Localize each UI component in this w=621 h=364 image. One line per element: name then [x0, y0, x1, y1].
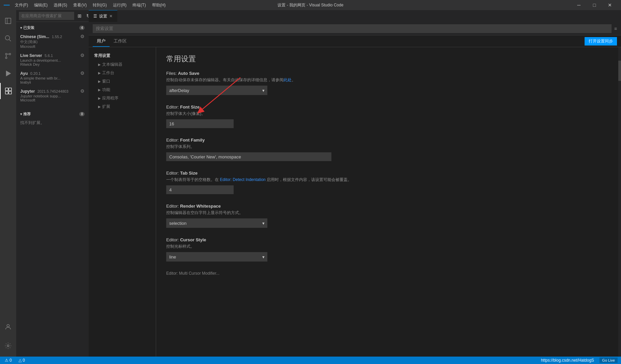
filter-icon[interactable]: ⊞: [76, 12, 83, 19]
ext-liveserver-gear-icon[interactable]: ⚙: [80, 53, 85, 58]
menu-run[interactable]: 运行(R): [110, 1, 129, 9]
ext-ayu-version: 0.20.1: [30, 71, 41, 75]
editor-area: ☰ 设置 ✕ ≡ 用户 工作区 打开设置同步: [89, 10, 621, 357]
svg-point-13: [7, 345, 9, 347]
installed-count: 4: [79, 26, 85, 30]
font-family-input[interactable]: [166, 152, 331, 161]
tab-bar: ☰ 设置 ✕: [89, 10, 621, 22]
ext-jupyter-gear-icon[interactable]: ⚙: [80, 88, 85, 94]
nav-features[interactable]: ▶ 功能: [89, 86, 156, 94]
setting-editor-font-family: Editor: Font Family 控制字体系列。: [166, 138, 608, 161]
menu-file[interactable]: 文件(F): [12, 1, 31, 9]
nav-application-label: 应用程序: [102, 95, 118, 101]
settings-tab-label: 设置: [99, 13, 107, 19]
menu-terminal[interactable]: 终端(T): [130, 1, 148, 9]
render-whitespace-bold: Render Whitespace: [180, 204, 221, 209]
status-bar: ⚠ 0 △ 0 https://blog.csdn.net/HatdogS Go…: [0, 357, 621, 364]
tab-size-detect-link[interactable]: Editor: Detect Indentation: [220, 177, 265, 182]
ext-item-liveserver[interactable]: Live Server 5.6.1 ⚙ Launch a development…: [16, 51, 89, 68]
activity-bar: [0, 10, 16, 357]
activity-settings[interactable]: [0, 338, 16, 354]
tab-size-desc: 一个制表符等于的空格数。在 Editor: Detect Indentation…: [166, 177, 608, 183]
activity-accounts[interactable]: [0, 319, 16, 335]
settings-nav: 常用设置 ▶ 文本编辑器 ▶ 工作台 ▶ 窗口 ▶ 功: [89, 47, 156, 357]
tab-size-desc-post: 启用时，根据文件内容，该设置可能会被覆盖。: [266, 177, 352, 182]
tab-workspace[interactable]: 工作区: [110, 36, 131, 47]
settings-body: 常用设置 ▶ 文本编辑器 ▶ 工作台 ▶ 窗口 ▶ 功: [89, 47, 621, 357]
settings-search-input[interactable]: [93, 24, 612, 33]
files-auto-save-select[interactable]: off afterDelay onFocusChange onWindowCha…: [166, 86, 267, 95]
activity-source-control[interactable]: [0, 48, 16, 64]
installed-label: 已安装: [23, 25, 34, 30]
settings-tabs-row: 用户 工作区 打开设置同步: [89, 35, 621, 47]
tab-user[interactable]: 用户: [93, 36, 110, 47]
nav-text-editor-label: 文本编辑器: [102, 62, 122, 67]
render-whitespace-prefix: Editor:: [166, 204, 180, 209]
status-url[interactable]: https://blog.csdn.net/HatdogS: [540, 358, 595, 363]
nav-common-settings[interactable]: 常用设置: [89, 51, 156, 60]
chevron-window-icon: ▶: [98, 80, 101, 83]
cursor-style-select-wrapper: line block underline line-thin block-out…: [166, 252, 267, 262]
render-whitespace-select[interactable]: none boundary selection trailing all: [166, 218, 267, 228]
nav-window[interactable]: ▶ 窗口: [89, 77, 156, 86]
menu-help[interactable]: 帮助(H): [149, 1, 169, 9]
refresh-icon[interactable]: ↻: [85, 12, 89, 19]
files-auto-save-link[interactable]: 此处: [284, 78, 292, 82]
go-live-button[interactable]: Go Live: [599, 358, 618, 363]
ext-chinese-gear-icon[interactable]: ⚙: [80, 34, 85, 39]
ext-item-ayu[interactable]: Ayu 0.20.1 ⚙ A simple theme with br... t…: [16, 68, 89, 86]
activity-explorer[interactable]: [0, 13, 16, 29]
files-auto-save-desc: 控制自动保存未保存的编辑器。有关自动保存的详细信息，请参阅此处。: [166, 77, 608, 83]
settings-search-more-icon[interactable]: ≡: [614, 26, 617, 31]
setting-editor-font-size: Editor: Font Size 控制字体大小(像素)。: [166, 104, 608, 128]
font-size-label: Editor: Font Size: [166, 104, 608, 110]
cursor-style-desc: 控制光标样式。: [166, 244, 608, 249]
close-button[interactable]: ✕: [602, 0, 618, 10]
status-bar-right: https://blog.csdn.net/HatdogS Go Live: [540, 358, 618, 363]
menu-edit[interactable]: 编辑(E): [31, 1, 50, 9]
settings-tab[interactable]: ☰ 设置 ✕: [89, 10, 117, 22]
activity-search[interactable]: [0, 30, 16, 47]
menu-goto[interactable]: 转到(G): [90, 1, 109, 9]
settings-tab-close[interactable]: ✕: [109, 14, 113, 19]
files-auto-save-bold: Auto Save: [178, 71, 200, 76]
nav-extensions[interactable]: ▶ 扩展: [89, 102, 156, 111]
ext-chinese-publisher: Microsoft: [20, 44, 85, 49]
ext-chinese-version: 1.55.2: [52, 35, 62, 39]
minimize-button[interactable]: ─: [571, 0, 587, 10]
nav-text-editor[interactable]: ▶ 文本编辑器: [89, 60, 156, 69]
settings-tabs-left: 用户 工作区: [93, 36, 131, 47]
tab-size-input[interactable]: [166, 185, 234, 194]
font-size-input[interactable]: [166, 119, 234, 128]
settings-section-title: 常用设置: [166, 54, 608, 64]
menu-view[interactable]: 查看(V): [70, 1, 89, 9]
ext-ayu-name: Ayu: [20, 71, 28, 76]
ext-chinese-desc: 中文(简体): [20, 39, 85, 44]
maximize-button[interactable]: □: [587, 0, 602, 10]
extension-search-input[interactable]: [19, 12, 74, 20]
svg-rect-8: [5, 88, 8, 91]
nav-workbench[interactable]: ▶ 工作台: [89, 69, 156, 77]
ext-ayu-gear-icon[interactable]: ⚙: [80, 70, 85, 76]
cursor-style-select[interactable]: line block underline line-thin block-out…: [166, 252, 267, 262]
vscode-logo: ⸻: [3, 2, 9, 9]
nav-extensions-label: 扩展: [102, 104, 110, 110]
settings-container: ≡ 用户 工作区 打开设置同步 常用设置 ▶ 文本编辑器: [89, 22, 621, 357]
activity-run-debug[interactable]: [0, 65, 16, 82]
status-warnings[interactable]: △ 0: [17, 358, 26, 363]
settings-scrollbar-thumb[interactable]: [618, 61, 621, 81]
ext-ayu-publisher: teabyii: [20, 80, 85, 84]
activity-extensions[interactable]: [0, 83, 16, 99]
cursor-style-prefix: Editor:: [166, 237, 180, 242]
files-auto-save-prefix: Files:: [166, 71, 178, 76]
settings-search-bar: ≡: [89, 22, 621, 35]
ext-item-jupyter[interactable]: Jupyter 2021.5.745244803 ⚙ Jupyter noteb…: [16, 86, 89, 104]
svg-point-6: [5, 57, 7, 59]
menu-select[interactable]: 选择(S): [51, 1, 70, 9]
ext-jupyter-publisher: Microsoft: [20, 98, 85, 102]
ext-item-chinese[interactable]: Chinese (Sim... 1.55.2 ⚙ 中文(简体) Microsof…: [16, 32, 89, 51]
nav-application[interactable]: ▶ 应用程序: [89, 94, 156, 102]
tab-size-label: Editor: Tab Size: [166, 171, 608, 176]
status-errors[interactable]: ⚠ 0: [3, 358, 13, 363]
open-settings-sync-button[interactable]: 打开设置同步: [585, 37, 617, 46]
